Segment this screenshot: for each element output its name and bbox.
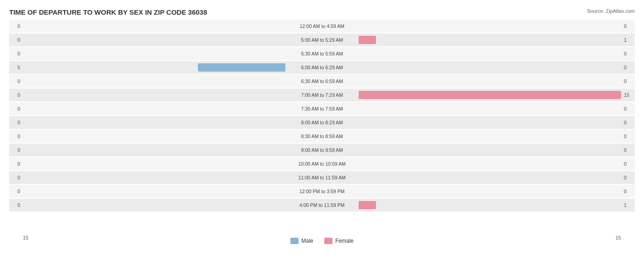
right-bar-wrap bbox=[359, 22, 621, 31]
left-bar-wrap bbox=[23, 159, 285, 168]
right-bar-wrap bbox=[359, 173, 621, 182]
chart-row: 0 7:00 AM to 7:29 AM 15 bbox=[9, 89, 635, 101]
time-label: 12:00 AM to 4:59 AM bbox=[285, 23, 359, 29]
chart-container: TIME OF DEPARTURE TO WORK BY SEX IN ZIP … bbox=[0, 0, 644, 273]
right-value: 0 bbox=[621, 120, 635, 125]
right-bar-wrap bbox=[359, 77, 621, 86]
time-label: 7:30 AM to 7:59 AM bbox=[285, 106, 359, 111]
right-bar-wrap bbox=[359, 201, 621, 210]
bottom-axis: 15 Male Female 15 bbox=[9, 235, 635, 244]
time-label: 6:00 AM to 6:29 AM bbox=[285, 65, 359, 70]
right-bar-wrap bbox=[359, 118, 621, 127]
left-bar-wrap bbox=[23, 22, 285, 31]
bars-center: 11:00 AM to 11:59 AM bbox=[23, 171, 621, 184]
chart-title: TIME OF DEPARTURE TO WORK BY SEX IN ZIP … bbox=[9, 8, 635, 16]
time-label: 8:00 AM to 8:29 AM bbox=[285, 120, 359, 125]
right-value: 0 bbox=[621, 65, 635, 70]
chart-area: 0 12:00 AM to 4:59 AM 0 0 5:00 AM to 5:2… bbox=[9, 20, 635, 234]
bars-center: 5:00 AM to 5:29 AM bbox=[23, 33, 621, 46]
time-label: 6:30 AM to 6:59 AM bbox=[285, 78, 359, 84]
chart-row: 0 5:00 AM to 5:29 AM 1 bbox=[9, 33, 635, 46]
legend: Male Female bbox=[290, 238, 354, 244]
left-value: 0 bbox=[9, 78, 23, 84]
bars-center: 7:00 AM to 7:29 AM bbox=[23, 89, 621, 101]
time-label: 4:00 PM to 11:59 PM bbox=[285, 202, 359, 208]
chart-row: 0 8:00 AM to 8:29 AM 0 bbox=[9, 116, 635, 129]
left-value: 0 bbox=[9, 23, 23, 29]
chart-row: 0 5:30 AM to 5:59 AM 0 bbox=[9, 47, 635, 60]
right-value: 0 bbox=[621, 189, 635, 194]
left-value: 0 bbox=[9, 134, 23, 139]
left-value: 0 bbox=[9, 161, 23, 167]
chart-row: 5 6:00 AM to 6:29 AM 0 bbox=[9, 61, 635, 74]
legend-female: Female bbox=[324, 238, 354, 244]
right-value: 1 bbox=[621, 37, 635, 43]
chart-row: 0 12:00 PM to 3:59 PM 0 bbox=[9, 185, 635, 198]
female-label: Female bbox=[335, 238, 354, 244]
right-value: 1 bbox=[621, 202, 635, 208]
left-value: 0 bbox=[9, 147, 23, 153]
chart-row: 0 8:30 AM to 8:59 AM 0 bbox=[9, 130, 635, 143]
right-value: 0 bbox=[621, 134, 635, 139]
female-bar bbox=[359, 91, 621, 99]
left-value: 5 bbox=[9, 65, 23, 70]
left-value: 0 bbox=[9, 51, 23, 56]
bars-center: 12:00 AM to 4:59 AM bbox=[23, 20, 621, 33]
left-bar-wrap bbox=[23, 118, 285, 127]
chart-row: 0 4:00 PM to 11:59 PM 1 bbox=[9, 199, 635, 212]
bars-center: 9:00 AM to 9:59 AM bbox=[23, 144, 621, 156]
left-value: 0 bbox=[9, 37, 23, 43]
left-value: 0 bbox=[9, 202, 23, 208]
right-bar-wrap bbox=[359, 132, 621, 141]
right-bar-wrap bbox=[359, 187, 621, 196]
chart-row: 0 10:00 AM to 10:59 AM 0 bbox=[9, 157, 635, 170]
left-bar-wrap bbox=[23, 49, 285, 58]
time-label: 12:00 PM to 3:59 PM bbox=[285, 189, 359, 194]
legend-male: Male bbox=[290, 238, 313, 244]
right-bar-wrap bbox=[359, 145, 621, 155]
left-value: 0 bbox=[9, 189, 23, 194]
right-bar-wrap bbox=[359, 90, 621, 100]
bars-center: 7:30 AM to 7:59 AM bbox=[23, 102, 621, 115]
left-bar-wrap bbox=[23, 104, 285, 113]
time-label: 8:30 AM to 8:59 AM bbox=[285, 134, 359, 139]
bars-center: 6:00 AM to 6:29 AM bbox=[23, 61, 621, 74]
bars-center: 8:30 AM to 8:59 AM bbox=[23, 130, 621, 143]
time-label: 7:00 AM to 7:29 AM bbox=[285, 92, 359, 98]
time-label: 5:00 AM to 5:29 AM bbox=[285, 37, 359, 43]
left-bar-wrap bbox=[23, 63, 285, 72]
bars-center: 4:00 PM to 11:59 PM bbox=[23, 199, 621, 212]
left-bar-wrap bbox=[23, 145, 285, 155]
right-value: 15 bbox=[621, 92, 635, 98]
right-value: 0 bbox=[621, 175, 635, 180]
time-label: 5:30 AM to 5:59 AM bbox=[285, 51, 359, 56]
bars-center: 10:00 AM to 10:59 AM bbox=[23, 157, 621, 170]
time-label: 11:00 AM to 11:59 AM bbox=[285, 175, 359, 180]
right-bar-wrap bbox=[359, 104, 621, 113]
right-value: 0 bbox=[621, 23, 635, 29]
bars-center: 12:00 PM to 3:59 PM bbox=[23, 185, 621, 198]
bars-center: 5:30 AM to 5:59 AM bbox=[23, 47, 621, 60]
left-bar-wrap bbox=[23, 132, 285, 141]
right-value: 0 bbox=[621, 147, 635, 153]
left-bar-wrap bbox=[23, 201, 285, 210]
left-bar-wrap bbox=[23, 35, 285, 45]
left-value: 0 bbox=[9, 92, 23, 98]
axis-left-label: 15 bbox=[23, 235, 28, 244]
right-bar-wrap bbox=[359, 63, 621, 72]
source-label: Source: ZipAtlas.com bbox=[587, 8, 635, 14]
male-bar bbox=[198, 63, 285, 72]
female-bar bbox=[359, 201, 376, 209]
chart-row: 0 6:30 AM to 6:59 AM 0 bbox=[9, 75, 635, 88]
time-label: 9:00 AM to 9:59 AM bbox=[285, 147, 359, 153]
male-swatch bbox=[290, 238, 299, 244]
female-bar bbox=[359, 36, 376, 44]
time-label: 10:00 AM to 10:59 AM bbox=[285, 161, 359, 167]
chart-row: 0 11:00 AM to 11:59 AM 0 bbox=[9, 171, 635, 184]
left-bar-wrap bbox=[23, 90, 285, 100]
left-bar-wrap bbox=[23, 173, 285, 182]
right-value: 0 bbox=[621, 106, 635, 111]
right-bar-wrap bbox=[359, 35, 621, 45]
female-swatch bbox=[324, 238, 333, 244]
left-bar-wrap bbox=[23, 187, 285, 196]
